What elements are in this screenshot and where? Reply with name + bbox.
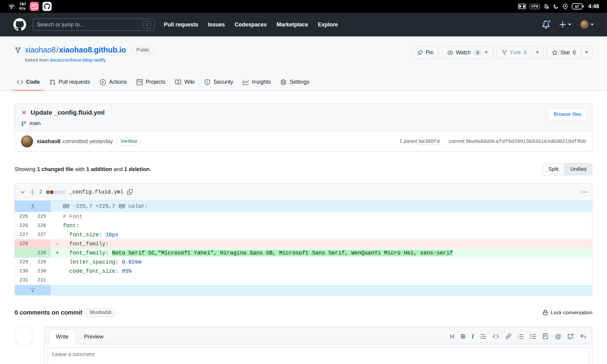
- old-line-number[interactable]: 226: [15, 221, 33, 230]
- tab-settings[interactable]: Settings: [276, 74, 314, 91]
- old-line-number[interactable]: [15, 248, 33, 258]
- bold-icon[interactable]: B: [461, 333, 465, 339]
- cross-reference-icon[interactable]: [568, 333, 574, 339]
- comments-heading: 0 comments on commit: [15, 309, 82, 316]
- old-line-number[interactable]: 231: [15, 276, 33, 285]
- expand-row-spacer: [51, 285, 592, 295]
- diff-view-toggle: Split Unified: [542, 163, 592, 175]
- tab-write[interactable]: Write: [48, 329, 76, 344]
- old-line-number[interactable]: 225: [15, 212, 33, 221]
- code-line: font_size: 16px: [51, 230, 592, 239]
- github-app-icon: [42, 2, 52, 11]
- fork-dropdown[interactable]: [532, 46, 543, 59]
- list-unordered-icon[interactable]: [518, 333, 524, 339]
- tab-insights[interactable]: Insights: [238, 74, 276, 91]
- diff-table: @@ -225,7 +225,7 @@ color: 225 225 # Fon…: [15, 201, 592, 295]
- create-new-menu[interactable]: [559, 21, 571, 28]
- notifications-bell-icon[interactable]: [542, 21, 550, 29]
- old-line-number[interactable]: 229: [15, 258, 33, 267]
- bell-muted-icon: [544, 4, 549, 9]
- code-line: [51, 276, 592, 285]
- file-options-kebab[interactable]: [582, 189, 587, 195]
- nav-codespaces[interactable]: Codespaces: [235, 22, 267, 28]
- nav-marketplace[interactable]: Marketplace: [276, 22, 308, 28]
- new-line-number[interactable]: 226: [33, 221, 51, 230]
- search-input[interactable]: Search or jump to… /: [33, 19, 155, 31]
- tab-actions[interactable]: Actions: [95, 74, 132, 91]
- quote-icon[interactable]: [480, 333, 487, 339]
- repo-name-link[interactable]: xiaohao8.github.io: [59, 46, 126, 54]
- code-line: + font_family: Noto Serif SC,"Microsoft …: [51, 248, 592, 258]
- collapse-file-chevron[interactable]: [20, 189, 25, 195]
- old-line-number[interactable]: 230: [15, 267, 33, 276]
- expand-up-button[interactable]: [15, 201, 51, 212]
- new-line-number[interactable]: 225: [33, 212, 51, 221]
- tab-wiki[interactable]: Wiki: [170, 74, 199, 91]
- chevron-down-icon: [485, 52, 488, 53]
- pin-button[interactable]: Pin: [412, 46, 439, 59]
- code-icon[interactable]: [493, 333, 499, 339]
- new-line-number[interactable]: 228: [33, 248, 51, 258]
- verified-badge[interactable]: Verified: [117, 137, 141, 145]
- star-dropdown[interactable]: [581, 46, 592, 59]
- unified-view-button[interactable]: Unified: [564, 163, 592, 175]
- heading-icon[interactable]: H: [450, 333, 454, 339]
- diff-line-context: 229 229 letter_spacing: 0.02em: [15, 258, 592, 267]
- tab-code[interactable]: Code: [12, 74, 45, 91]
- tab-security[interactable]: Security: [199, 74, 238, 91]
- author-link[interactable]: xiaohao8: [37, 138, 60, 145]
- tab-preview[interactable]: Preview: [76, 330, 111, 344]
- nav-pull-requests[interactable]: Pull requests: [164, 22, 198, 28]
- diff-filename: _config.fluid.yml: [69, 189, 124, 195]
- git-pull-request-icon: [49, 79, 56, 85]
- user-menu[interactable]: [580, 20, 594, 29]
- tab-projects[interactable]: Projects: [132, 74, 170, 91]
- nav-issues[interactable]: Issues: [208, 22, 225, 28]
- diff-line-context: 226 226 font:: [15, 221, 592, 230]
- new-line-number[interactable]: 231: [33, 276, 51, 285]
- watch-label: Watch: [456, 49, 471, 56]
- repo-actions: Pin Watch 0 Fork 9 Star 0: [412, 46, 592, 59]
- parent-sha-link[interactable]: be380fd: [419, 139, 440, 145]
- git-branch-icon: [21, 121, 27, 126]
- mention-icon[interactable]: @: [555, 333, 561, 339]
- forked-from-link[interactable]: leicancun/hexo-blog-netlify: [50, 57, 106, 62]
- tab-pull-requests[interactable]: Pull requests: [45, 74, 95, 91]
- diff-summary: Showing 1 changed file with 1 addition a…: [15, 163, 592, 175]
- fork-button[interactable]: Fork 9: [497, 46, 532, 59]
- lock-conversation-button[interactable]: Lock conversation: [542, 310, 592, 316]
- copy-file-path-button[interactable]: [127, 189, 133, 195]
- list-ordered-icon[interactable]: [530, 333, 536, 339]
- italic-icon[interactable]: I: [472, 333, 474, 339]
- nav-explore[interactable]: Explore: [318, 22, 338, 28]
- code-line: letter_spacing: 0.02em: [51, 258, 592, 267]
- old-line-number[interactable]: 227: [15, 230, 33, 239]
- tab-label: Actions: [109, 79, 127, 85]
- fold-up-icon: [30, 204, 36, 209]
- new-line-number[interactable]: 229: [33, 258, 51, 267]
- old-line-number[interactable]: 228: [15, 239, 33, 248]
- new-line-number[interactable]: [33, 239, 51, 248]
- expand-down-button[interactable]: [15, 285, 51, 295]
- browse-files-button[interactable]: Browse files: [548, 108, 587, 120]
- comment-input[interactable]: [48, 347, 589, 364]
- saved-replies-icon[interactable]: [580, 333, 586, 339]
- tasklist-icon[interactable]: [543, 333, 549, 339]
- repo-owner-link[interactable]: xiaohao8: [25, 46, 56, 54]
- parent-label: 1 parent: [399, 139, 417, 144]
- link-icon[interactable]: [505, 333, 511, 339]
- added-text-highlight: Noto Serif SC,"Microsoft Yahei", Hiragin…: [112, 250, 453, 256]
- watch-button[interactable]: Watch 0: [442, 46, 493, 59]
- chevron-down-icon: [585, 52, 588, 53]
- status-failed-x-icon[interactable]: [21, 110, 27, 116]
- new-line-number[interactable]: 227: [33, 230, 51, 239]
- svg-text:57: 57: [575, 5, 579, 9]
- split-view-button[interactable]: Split: [543, 163, 564, 175]
- drag-move-handle[interactable]: [29, 189, 36, 195]
- new-line-number[interactable]: 230: [33, 267, 51, 276]
- file-diff-header: 2 _config.fluid.yml: [15, 184, 592, 201]
- forked-from: forked from leicancun/hexo-blog-netlify: [25, 57, 154, 63]
- github-logo[interactable]: [13, 18, 26, 31]
- author-avatar[interactable]: [21, 135, 33, 147]
- star-button[interactable]: Star 0: [547, 46, 581, 59]
